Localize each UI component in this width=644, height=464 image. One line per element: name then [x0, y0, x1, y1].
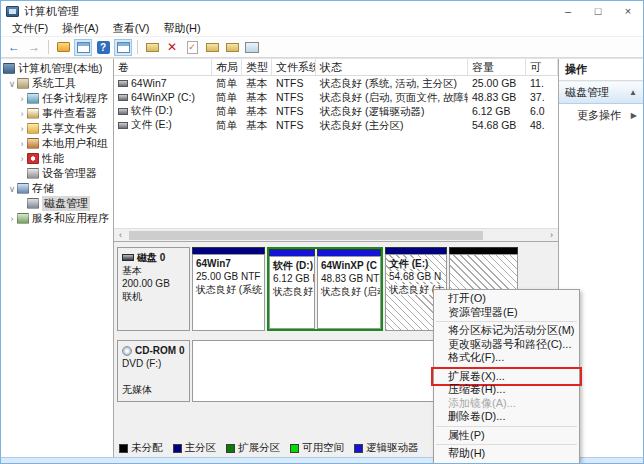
actions-title: 操作 [559, 59, 643, 81]
partition-color-bar [317, 249, 381, 256]
col-free[interactable]: 可 [526, 59, 558, 75]
col-type[interactable]: 类型 [242, 59, 272, 75]
chevron-down-icon[interactable]: ∨ [7, 184, 17, 194]
shared-folders-icon [27, 123, 39, 134]
minimize-button[interactable]: – [553, 1, 583, 21]
col-filesystem[interactable]: 文件系统 [272, 59, 316, 75]
legend-free-swatch [290, 444, 299, 453]
submenu-arrow-icon: ▶ [631, 111, 637, 120]
partition-color-bar [269, 249, 315, 256]
disk-0-label[interactable]: 磁盘 0 基本 200.00 GB 联机 [117, 247, 190, 331]
tree-item-event-viewer[interactable]: › 事件查看器 [1, 106, 113, 121]
volume-icon [118, 122, 128, 129]
table-row[interactable]: 软件 (D:) 简单 基本 NTFS 状态良好 (逻辑驱动器) 6.12 GB … [114, 104, 558, 118]
scroll-right-icon[interactable]: › [545, 230, 558, 240]
tree-item-system-tools[interactable]: ∨ 系统工具 [1, 76, 113, 91]
disk-icon [122, 254, 134, 261]
users-icon [27, 138, 39, 149]
col-volume[interactable]: 卷 [114, 59, 212, 75]
action-pane-icon[interactable] [114, 39, 132, 56]
console-window-icon[interactable] [74, 39, 92, 56]
chevron-right-icon[interactable]: › [17, 109, 27, 119]
tree-item-services-applications[interactable]: › 服务和应用程序 [1, 211, 113, 226]
menu-item-format[interactable]: 格式化(F)... [434, 351, 579, 365]
legend-extended-swatch [226, 444, 235, 453]
window-title: 计算机管理 [24, 4, 79, 19]
col-status[interactable]: 状态 [316, 59, 468, 75]
close-button[interactable]: × [613, 1, 643, 21]
tree-item-local-users-groups[interactable]: › 本地用户和组 [1, 136, 113, 151]
col-layout[interactable]: 布局 [212, 59, 242, 75]
display-options-icon[interactable] [243, 39, 261, 56]
menu-view[interactable]: 查看(V) [106, 21, 157, 36]
volume-icon [118, 108, 128, 115]
toolbar-separator [137, 40, 138, 54]
delete-volume-icon[interactable]: ✕ [163, 39, 181, 56]
edit-disk-icon[interactable] [223, 39, 241, 56]
chevron-down-icon[interactable]: ∨ [7, 79, 17, 89]
volume-icon [118, 94, 128, 101]
menu-item-extend-volume[interactable]: 扩展卷(X)... [434, 370, 579, 384]
menu-item-shrink-volume[interactable]: 压缩卷(H)... [434, 383, 579, 397]
cd-icon [122, 346, 132, 356]
scrollbar-thumb[interactable] [129, 231, 483, 240]
table-row[interactable]: 文件 (E:) 简单 基本 NTFS 状态良好 (主分区) 54.68 GB 4… [114, 118, 558, 132]
partition-64win7[interactable]: 64Win7 25.00 GB NTF 状态良好 (系统 [192, 247, 265, 331]
properties-doc-icon[interactable]: ✓ [183, 39, 201, 56]
maximize-button[interactable]: □ [583, 1, 613, 21]
volume-list: 卷 布局 类型 文件系统 状态 容量 可 64Win7 简单 基本 NTFS 状… [114, 59, 558, 242]
collapse-icon[interactable]: ▲ [629, 88, 637, 97]
menu-item-delete-volume[interactable]: 删除卷(D)... [434, 410, 579, 424]
computer-management-window: 计算机管理 – □ × 文件(F) 操作(A) 查看(V) 帮助(H) ← → … [0, 0, 644, 464]
horizontal-scrollbar[interactable]: ‹ › [114, 228, 558, 241]
cdrom-0-label[interactable]: CD-ROM 0 DVD (F:) 无媒体 [117, 340, 190, 402]
chevron-right-icon[interactable]: › [17, 154, 27, 164]
help-icon[interactable]: ? [94, 39, 112, 56]
chevron-right-icon[interactable]: › [17, 124, 27, 134]
menu-item-mark-active[interactable]: 将分区标记为活动分区(M) [434, 324, 579, 338]
partition-d[interactable]: 软件 (D:) 6.12 GB N 状态良好 (逻 [269, 249, 315, 329]
forward-icon[interactable]: → [25, 39, 43, 56]
menu-separator [436, 444, 577, 445]
menu-item-open[interactable]: 打开(O) [434, 292, 579, 306]
actions-section-disk-management[interactable]: 磁盘管理 ▲ [559, 81, 643, 104]
more-actions-item[interactable]: 更多操作 ▶ [559, 104, 643, 127]
tree-item-performance[interactable]: › 性能 [1, 151, 113, 166]
legend-unallocated-swatch [119, 444, 128, 453]
rescan-icon[interactable] [143, 39, 161, 56]
menu-item-properties[interactable]: 属性(P) [434, 429, 579, 443]
chevron-right-icon[interactable]: › [17, 139, 27, 149]
menu-item-help[interactable]: 帮助(H) [434, 447, 579, 461]
show-tree-icon[interactable] [54, 39, 72, 56]
chevron-right-icon[interactable]: › [17, 94, 27, 104]
menu-item-explorer[interactable]: 资源管理器(E) [434, 306, 579, 320]
col-capacity[interactable]: 容量 [468, 59, 526, 75]
partition-color-bar [192, 247, 265, 254]
menu-separator [436, 321, 577, 322]
table-row[interactable]: 64WinXP (C:) 简单 基本 NTFS 状态良好 (启动, 页面文件, … [114, 90, 558, 104]
services-icon [17, 213, 29, 224]
cdrom-media-area[interactable] [192, 340, 442, 402]
chevron-right-icon[interactable]: › [7, 214, 17, 224]
tree-item-disk-management[interactable]: 磁盘管理 [1, 196, 113, 211]
menu-action[interactable]: 操作(A) [55, 21, 106, 36]
menu-item-change-drive-letter[interactable]: 更改驱动器号和路径(C)... [434, 338, 579, 352]
computer-icon [3, 63, 15, 74]
menu-bar: 文件(F) 操作(A) 查看(V) 帮助(H) [1, 21, 643, 37]
partition-c[interactable]: 64WinXP (C 48.83 GB NTF 状态良好 (启动 [317, 249, 381, 329]
up-disk-icon[interactable] [203, 39, 221, 56]
tree-item-storage[interactable]: ∨ 存储 [1, 181, 113, 196]
tree-item-device-manager[interactable]: 设备管理器 [1, 166, 113, 181]
menu-file[interactable]: 文件(F) [5, 21, 55, 36]
scroll-left-icon[interactable]: ‹ [114, 230, 127, 240]
extended-partition-border: 软件 (D:) 6.12 GB N 状态良好 (逻 64WinXP (C 48.… [267, 247, 383, 331]
tree-item-computer-management[interactable]: 计算机管理(本地) [1, 61, 113, 76]
legend-logical-swatch [354, 444, 363, 453]
back-icon[interactable]: ← [5, 39, 23, 56]
tree-item-task-scheduler[interactable]: › 任务计划程序 [1, 91, 113, 106]
partition-color-bar [385, 247, 447, 254]
table-row[interactable]: 64Win7 简单 基本 NTFS 状态良好 (系统, 活动, 主分区) 25.… [114, 76, 558, 90]
menu-help[interactable]: 帮助(H) [156, 21, 207, 36]
tree-item-shared-folders[interactable]: › 共享文件夹 [1, 121, 113, 136]
toolbar-separator [48, 40, 49, 54]
